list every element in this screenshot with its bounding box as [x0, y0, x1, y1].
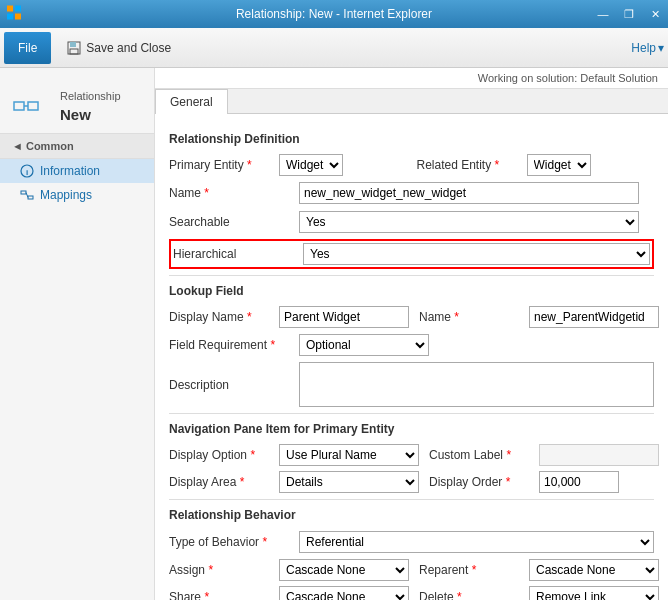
- lookup-name-label: Name *: [419, 310, 529, 324]
- title-bar: Relationship: New - Internet Explorer — …: [0, 0, 668, 28]
- svg-rect-6: [70, 49, 78, 54]
- save-icon: [66, 40, 82, 56]
- name-row: Name *: [169, 181, 654, 205]
- section-relationship-behavior: Relationship Behavior: [169, 508, 654, 524]
- display-order-col: Display Order *: [429, 471, 654, 493]
- window-controls: — ❐ ✕: [590, 0, 668, 28]
- sidebar-item-information[interactable]: i Information: [0, 159, 154, 183]
- hierarchical-label: Hierarchical: [173, 247, 303, 261]
- name-input[interactable]: [299, 182, 639, 204]
- help-dropdown-icon: ▾: [658, 41, 664, 55]
- display-area-label: Display Area *: [169, 475, 279, 489]
- field-requirement-label: Field Requirement *: [169, 338, 299, 352]
- save-close-button[interactable]: Save and Close: [57, 35, 180, 61]
- display-option-custom-label-row: Display Option * Use Plural Name Custom …: [169, 444, 654, 466]
- primary-related-entity-row: Primary Entity * Widget Related Entity *: [169, 154, 654, 176]
- section-lookup-field: Lookup Field: [169, 284, 654, 300]
- svg-line-14: [26, 193, 28, 198]
- svg-rect-5: [70, 42, 76, 47]
- restore-button[interactable]: ❐: [616, 0, 642, 28]
- svg-rect-8: [28, 102, 38, 110]
- display-order-input[interactable]: [539, 471, 619, 493]
- tabs: General: [155, 89, 668, 114]
- sidebar-item-mappings[interactable]: Mappings: [0, 183, 154, 207]
- display-option-select[interactable]: Use Plural Name: [279, 444, 419, 466]
- divider-3: [169, 499, 654, 500]
- searchable-select[interactable]: Yes: [299, 211, 639, 233]
- section-relationship-definition: Relationship Definition: [169, 132, 654, 148]
- mappings-icon: [20, 188, 34, 202]
- display-area-order-row: Display Area * Details Display Order *: [169, 471, 654, 493]
- custom-label-label: Custom Label *: [429, 448, 539, 462]
- form-content: Relationship Definition Primary Entity *…: [155, 114, 668, 600]
- delete-col: Delete * Remove Link: [419, 586, 659, 600]
- description-row: Description: [169, 362, 654, 407]
- solution-text: Working on solution: Default Solution: [478, 72, 658, 84]
- hierarchical-select[interactable]: Yes: [303, 243, 650, 265]
- custom-label-input[interactable]: [539, 444, 659, 466]
- window-title: Relationship: New - Internet Explorer: [0, 7, 668, 21]
- display-name-input[interactable]: [279, 306, 409, 328]
- related-entity-value: Widget: [527, 154, 655, 176]
- svg-text:i: i: [26, 168, 28, 177]
- field-requirement-row: Field Requirement * Optional: [169, 333, 654, 357]
- content-area: Working on solution: Default Solution Ge…: [155, 68, 668, 600]
- related-entity-select[interactable]: Widget: [527, 154, 591, 176]
- close-button[interactable]: ✕: [642, 0, 668, 28]
- display-option-col: Display Option * Use Plural Name: [169, 444, 419, 466]
- mappings-label: Mappings: [40, 188, 92, 202]
- reparent-label: Reparent *: [419, 563, 529, 577]
- information-label: Information: [40, 164, 100, 178]
- svg-rect-7: [14, 102, 24, 110]
- svg-rect-12: [21, 191, 26, 194]
- help-button[interactable]: Help ▾: [631, 41, 664, 55]
- main-container: Relationship New ◄ Common i Information …: [0, 68, 668, 600]
- display-name-name-row: Display Name * Name *: [169, 306, 654, 328]
- type-of-behavior-select[interactable]: Referential: [299, 531, 654, 553]
- searchable-row: Searchable Yes: [169, 210, 654, 234]
- description-textarea[interactable]: [299, 362, 654, 407]
- reparent-col: Reparent * Cascade None: [419, 559, 659, 581]
- type-of-behavior-row: Type of Behavior * Referential: [169, 530, 654, 554]
- svg-rect-2: [7, 14, 13, 20]
- sidebar-context-title: New: [48, 104, 133, 131]
- share-col: Share * Cascade None: [169, 586, 409, 600]
- display-area-col: Display Area * Details: [169, 471, 419, 493]
- related-entity-col: Related Entity * Widget: [417, 154, 655, 176]
- solution-bar: Working on solution: Default Solution: [155, 68, 668, 89]
- divider-1: [169, 275, 654, 276]
- assign-reparent-row: Assign * Cascade None Reparent * Cascade…: [169, 559, 654, 581]
- relationship-icon: [12, 94, 40, 122]
- assign-col: Assign * Cascade None: [169, 559, 409, 581]
- minimize-button[interactable]: —: [590, 0, 616, 28]
- save-close-label: Save and Close: [86, 41, 171, 55]
- related-entity-required: *: [495, 158, 500, 172]
- lookup-name-input[interactable]: [529, 306, 659, 328]
- custom-label-col: Custom Label *: [429, 444, 659, 466]
- display-area-select[interactable]: Details: [279, 471, 419, 493]
- svg-rect-3: [15, 14, 21, 20]
- primary-entity-label: Primary Entity *: [169, 158, 279, 172]
- tab-general[interactable]: General: [155, 89, 228, 114]
- assign-label: Assign *: [169, 563, 279, 577]
- share-select[interactable]: Cascade None: [279, 586, 409, 600]
- display-order-label: Display Order *: [429, 475, 539, 489]
- description-label: Description: [169, 378, 299, 392]
- file-button[interactable]: File: [4, 32, 51, 64]
- share-delete-row: Share * Cascade None Delete * Remove Lin…: [169, 586, 654, 600]
- reparent-select[interactable]: Cascade None: [529, 559, 659, 581]
- primary-entity-select[interactable]: Widget: [279, 154, 343, 176]
- help-label: Help: [631, 41, 656, 55]
- hierarchical-row-highlighted: Hierarchical Yes: [169, 239, 654, 269]
- svg-rect-13: [28, 196, 33, 199]
- assign-select[interactable]: Cascade None: [279, 559, 409, 581]
- type-of-behavior-label: Type of Behavior *: [169, 535, 299, 549]
- field-requirement-select[interactable]: Optional: [299, 334, 429, 356]
- delete-label: Delete *: [419, 590, 529, 600]
- primary-entity-value: Widget: [279, 154, 407, 176]
- display-name-col: Display Name *: [169, 306, 409, 328]
- section-navigation-pane: Navigation Pane Item for Primary Entity: [169, 422, 654, 438]
- lookup-name-col: Name *: [419, 306, 659, 328]
- delete-select[interactable]: Remove Link: [529, 586, 659, 600]
- searchable-label: Searchable: [169, 215, 299, 229]
